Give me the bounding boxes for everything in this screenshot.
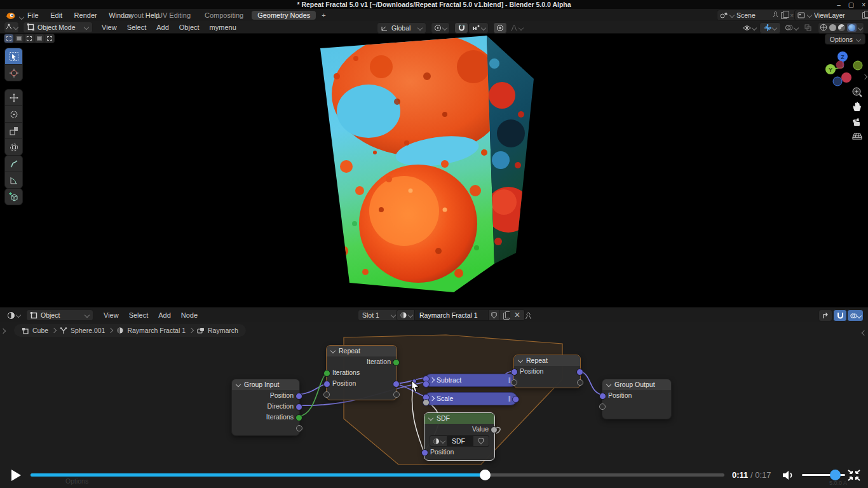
node-title: Repeat: [526, 356, 548, 364]
virtual-output-socket[interactable]: [393, 391, 400, 398]
socket-row: Iterations: [232, 412, 299, 423]
value-output-socket[interactable]: [491, 426, 498, 433]
socket-row: Value: [424, 424, 494, 435]
collapsed-sockets-icon: ∥: [508, 393, 512, 404]
position-output-socket[interactable]: [295, 393, 302, 400]
node-subtract[interactable]: Subtract ∥: [424, 374, 517, 387]
node-title: SDF: [437, 414, 450, 422]
position-input-socket[interactable]: [599, 393, 606, 400]
socket-row: Iteration: [327, 356, 397, 367]
iterations-input-socket[interactable]: [323, 370, 330, 377]
socket-row: Position: [514, 366, 580, 377]
virtual-input-socket[interactable]: [323, 391, 330, 398]
node-title: Repeat: [339, 347, 360, 355]
node-repeat-input[interactable]: Repeat Iteration Iterations Position: [326, 345, 397, 400]
volume-handle[interactable]: [830, 470, 841, 480]
sdf-name-field[interactable]: SDF: [447, 435, 473, 447]
socket-row: [514, 377, 580, 388]
duration: 0:17: [755, 470, 771, 480]
socket-row: Position: [602, 390, 671, 401]
virtual-output-socket[interactable]: [296, 425, 302, 431]
node-repeat-output[interactable]: Repeat Position: [513, 355, 581, 388]
node-sdf[interactable]: SDF Value SDF Position: [424, 412, 495, 461]
exit-fullscreen-icon[interactable]: [848, 470, 860, 484]
position-input-socket[interactable]: [421, 449, 428, 456]
fake-user-button[interactable]: [473, 435, 489, 447]
socket-row: [327, 389, 397, 400]
iteration-output-socket[interactable]: [393, 359, 400, 366]
virtual-output-socket[interactable]: [577, 379, 583, 386]
node-title: Group Output: [614, 381, 655, 388]
progress-fill: [31, 473, 485, 477]
virtual-input-socket[interactable]: [599, 403, 606, 410]
direction-output-socket[interactable]: [295, 403, 302, 410]
ghost-options-label: Options: [65, 477, 88, 485]
mouse-cursor: [410, 380, 421, 393]
ghost-version-label: 5.0.0 A: [829, 480, 847, 486]
play-button[interactable]: [11, 470, 21, 481]
socket-row: Direction: [232, 401, 299, 412]
node-scale[interactable]: Scale ∥: [424, 392, 517, 405]
position-output-socket[interactable]: [393, 381, 400, 388]
output-socket[interactable]: [512, 396, 519, 403]
input-socket[interactable]: [423, 381, 430, 388]
node-title: Subtract: [437, 376, 461, 384]
collapsed-sockets-icon: ∥: [508, 374, 512, 386]
socket-row: Position: [232, 390, 299, 401]
position-input-socket[interactable]: [511, 369, 518, 376]
progress-handle[interactable]: [480, 470, 491, 480]
position-output-socket[interactable]: [576, 369, 583, 376]
socket-row: Position: [327, 378, 397, 389]
node-title: Group Input: [244, 381, 279, 388]
input-socket[interactable]: [423, 399, 430, 406]
socket-row: [232, 423, 299, 433]
socket-row: [602, 401, 671, 412]
socket-row: Position: [424, 447, 494, 458]
virtual-input-socket[interactable]: [511, 379, 517, 386]
node-title: Scale: [437, 395, 453, 402]
nodetree-browse-button[interactable]: [430, 435, 447, 447]
position-input-socket[interactable]: [323, 381, 330, 388]
sdf-datablock-row: SDF: [430, 435, 489, 447]
current-time: 0:11: [732, 470, 748, 480]
volume-icon[interactable]: [782, 469, 796, 484]
node-group-input[interactable]: Group Input Position Direction Iteration…: [231, 379, 300, 436]
iterations-output-socket[interactable]: [295, 414, 302, 421]
socket-row: Iterations: [327, 367, 397, 378]
node-group-output[interactable]: Group Output Position: [602, 379, 672, 419]
time-display: 0:11 / 0:17: [732, 470, 771, 480]
